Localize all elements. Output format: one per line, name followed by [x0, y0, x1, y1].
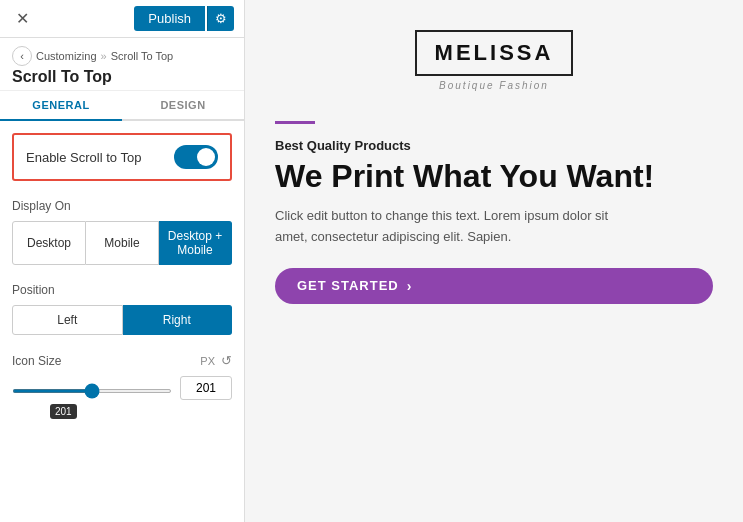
logo-name: MELISSA [435, 40, 554, 66]
display-on-btn-group: Desktop Mobile Desktop + Mobile [12, 221, 232, 265]
breadcrumb-area: ‹ Customizing » Scroll To Top Scroll To … [0, 38, 244, 91]
panel-title: Scroll To Top [12, 68, 232, 86]
tab-general[interactable]: GENERAL [0, 91, 122, 121]
position-label: Position [12, 283, 232, 297]
back-button[interactable]: ‹ [12, 46, 32, 66]
panel-content: Enable Scroll to Top Display On Desktop … [0, 121, 244, 522]
logo-sub: Boutique Fashion [439, 80, 549, 91]
preview-body: Click edit button to change this text. L… [275, 206, 615, 248]
publish-area: Publish ⚙ [134, 6, 234, 31]
cta-label: GET STARTED [297, 278, 399, 293]
position-section: Position Left Right [12, 283, 232, 335]
icon-size-unit: PX [200, 355, 215, 367]
preview-headline: We Print What You Want! [275, 159, 713, 194]
toggle-slider [174, 145, 218, 169]
breadcrumb-crumb1: Customizing [36, 50, 97, 62]
slider-tooltip: 201 [50, 404, 77, 419]
slider-wrap: 201 [12, 379, 172, 397]
logo-box: MELISSA [415, 30, 574, 76]
right-panel: MELISSA Boutique Fashion Best Quality Pr… [245, 0, 743, 522]
publish-button[interactable]: Publish [134, 6, 205, 31]
display-on-mobile[interactable]: Mobile [86, 221, 159, 265]
tabs: GENERAL DESIGN [0, 91, 244, 121]
slider-row: 201 [12, 376, 232, 400]
top-bar: ✕ Publish ⚙ [0, 0, 244, 38]
display-on-label: Display On [12, 199, 232, 213]
enable-scroll-toggle[interactable] [174, 145, 218, 169]
tab-design[interactable]: DESIGN [122, 91, 244, 121]
reset-icon[interactable]: ↺ [221, 353, 232, 368]
breadcrumb-separator: » [101, 50, 107, 62]
position-left[interactable]: Left [12, 305, 123, 335]
display-on-section: Display On Desktop Mobile Desktop + Mobi… [12, 199, 232, 265]
icon-size-section: Icon Size PX ↺ 201 [12, 353, 232, 400]
enable-scroll-section: Enable Scroll to Top [12, 133, 232, 181]
icon-size-header: Icon Size PX ↺ [12, 353, 232, 368]
position-right[interactable]: Right [123, 305, 233, 335]
breadcrumb-nav: ‹ Customizing » Scroll To Top [12, 46, 232, 66]
display-on-desktop-mobile[interactable]: Desktop + Mobile [159, 221, 232, 265]
preview-accent [275, 121, 315, 124]
close-button[interactable]: ✕ [10, 7, 35, 30]
get-started-button[interactable]: GET STARTED › [275, 268, 713, 304]
icon-size-label: Icon Size [12, 354, 61, 368]
icon-size-slider[interactable] [12, 389, 172, 393]
breadcrumb-crumb2: Scroll To Top [111, 50, 174, 62]
display-on-desktop[interactable]: Desktop [12, 221, 86, 265]
enable-scroll-label: Enable Scroll to Top [26, 150, 141, 165]
preview-logo: MELISSA Boutique Fashion [415, 30, 574, 91]
left-panel: ✕ Publish ⚙ ‹ Customizing » Scroll To To… [0, 0, 245, 522]
icon-size-controls: PX ↺ [200, 353, 232, 368]
icon-size-input[interactable] [180, 376, 232, 400]
cta-arrow: › [407, 278, 413, 294]
preview-best: Best Quality Products [275, 138, 713, 153]
publish-gear-button[interactable]: ⚙ [207, 6, 234, 31]
position-btn-group: Left Right [12, 305, 232, 335]
